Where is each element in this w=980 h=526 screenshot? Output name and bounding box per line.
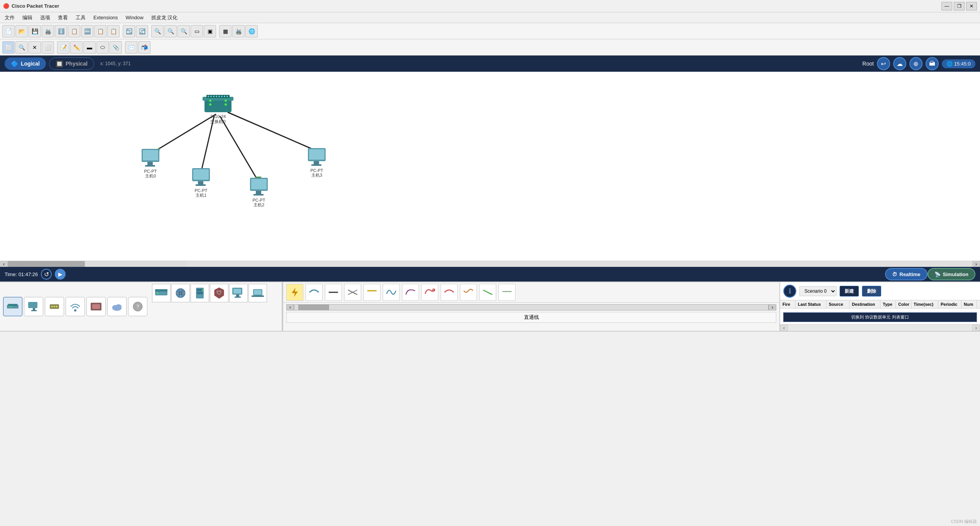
svg-rect-38 (251, 179, 267, 189)
paste-button[interactable]: 📋 (107, 25, 120, 37)
conn-scroll-thumb[interactable] (298, 305, 329, 310)
play-button[interactable]: ▶ (55, 269, 66, 280)
straight-connection[interactable] (325, 284, 342, 301)
close-button[interactable]: ✕ (966, 2, 977, 10)
menu-window[interactable]: Window (123, 14, 147, 21)
cloud-icon[interactable]: ☁ (893, 57, 906, 70)
phone-connection[interactable] (402, 284, 419, 301)
horizontal-scrollbar[interactable]: ‹ › (0, 261, 980, 267)
conn-scroll-right[interactable]: › (769, 304, 776, 310)
zoom-fit-button[interactable]: 🔍 (177, 25, 190, 37)
category-pc[interactable] (24, 297, 43, 316)
move-icon[interactable]: ⊕ (909, 57, 923, 70)
conn-scroll-left[interactable]: ‹ (286, 304, 294, 310)
category-cloud[interactable] (107, 297, 127, 316)
info-button[interactable]: ℹ️ (55, 25, 67, 37)
crossover-connection[interactable] (344, 284, 361, 301)
new-file-button[interactable]: 📄 (2, 25, 15, 37)
main-canvas[interactable]: 2910-24 交换机0 PC-PT 主机0 PC-PT 主机1 (0, 72, 980, 261)
device-icon-router[interactable] (171, 284, 190, 302)
device-icon-server[interactable] (191, 284, 209, 302)
svg-rect-78 (197, 292, 203, 294)
back-icon[interactable]: ↩ (877, 57, 890, 70)
zoom-out-button[interactable]: 🔍 (164, 25, 177, 37)
network-diagram: 2910-24 交换机0 PC-PT 主机0 PC-PT 主机1 (0, 72, 980, 261)
menu-edit[interactable]: 编辑 (19, 13, 35, 22)
coax-connection[interactable] (421, 284, 438, 301)
export-button[interactable]: 🖨️ (232, 25, 245, 37)
console-connection[interactable] (306, 284, 323, 301)
freehand-button[interactable]: 📎 (110, 41, 122, 54)
zoom-in-button[interactable]: 🔍 (151, 25, 164, 37)
menu-tools[interactable]: 工具 (73, 13, 89, 22)
rollover-connection[interactable] (363, 284, 380, 301)
auto-connection[interactable] (286, 284, 303, 301)
mountain-icon[interactable]: 🏔 (926, 57, 939, 70)
select-button[interactable]: ⬜ (2, 41, 15, 54)
minimize-button[interactable]: — (941, 2, 952, 10)
octal-connection[interactable] (460, 284, 477, 301)
cancel-button[interactable]: ✕ (29, 41, 41, 54)
reset-time-button[interactable]: ↺ (41, 269, 52, 280)
category-hub[interactable] (45, 297, 64, 316)
scenario-select[interactable]: Scenario 0 (799, 286, 836, 296)
draw-button[interactable]: ✏️ (70, 41, 83, 54)
category-custom[interactable]: ? (128, 297, 147, 316)
category-wan[interactable] (86, 297, 106, 316)
marquee-button[interactable]: ⬜ (42, 41, 54, 54)
scroll-thumb[interactable] (8, 261, 85, 267)
open-button[interactable]: 📂 (15, 25, 28, 37)
device-icon-pc[interactable] (229, 284, 248, 302)
network-button[interactable]: 🌐 (245, 25, 258, 37)
delete-scenario-button[interactable]: 删除 (862, 286, 881, 297)
category-network[interactable] (3, 297, 22, 316)
menu-view[interactable]: 查看 (55, 13, 71, 22)
simulation-button[interactable]: 📡 Simulation (928, 268, 975, 280)
usb-connection[interactable] (479, 284, 496, 301)
note-button[interactable]: 📝 (57, 41, 69, 54)
category-wireless[interactable] (66, 297, 85, 316)
copy-button[interactable]: 📋 (94, 25, 106, 37)
restore-button[interactable]: ❐ (954, 2, 965, 10)
physical-tab[interactable]: 🔲 Physical (49, 57, 94, 70)
app-name: Cisco Packet Tracer (12, 3, 59, 9)
watermark: CSDN 编辑器 (951, 519, 977, 524)
menu-options[interactable]: 选项 (37, 13, 53, 22)
switch-panel-button[interactable]: 切换到 协议数据单元 列表窗口 (783, 312, 977, 322)
scroll-right-btn[interactable]: › (972, 261, 980, 267)
new-scenario-button[interactable]: 新建 (840, 286, 859, 297)
search-button[interactable]: 🔍 (15, 41, 28, 54)
rect-button[interactable]: ▬ (83, 41, 96, 54)
sim-nav-left[interactable]: ‹ (780, 325, 788, 331)
sim-nav: ‹ › (780, 324, 980, 331)
clipboard-button[interactable]: 📋 (68, 25, 80, 37)
text-button[interactable]: 🔤 (81, 25, 93, 37)
redo-button[interactable]: ↪️ (136, 25, 148, 37)
sim-nav-right[interactable]: › (972, 325, 980, 331)
menu-localize[interactable]: 抓皮龙 汉化 (148, 13, 181, 22)
undo-button[interactable]: ↩️ (123, 25, 135, 37)
print2-button[interactable]: ▦ (219, 25, 231, 37)
svg-point-66 (115, 304, 122, 309)
pdu2-button[interactable]: 📬 (138, 41, 150, 54)
menu-extensions[interactable]: Extensions (90, 14, 121, 21)
serial-connection[interactable] (441, 284, 458, 301)
fiber-connection[interactable] (383, 284, 400, 301)
device-icon-firewall[interactable]: 🛡 (210, 284, 228, 302)
simulation-panel: ℹ Scenario 0 新建 删除 Fire Last Status Sour… (779, 282, 980, 331)
device-icon-laptop[interactable] (248, 284, 267, 302)
device-icon-switch[interactable] (152, 284, 171, 302)
svg-text:PC-PT: PC-PT (195, 188, 208, 193)
view-button2[interactable]: ▣ (204, 25, 216, 37)
save-button[interactable]: 💾 (29, 25, 41, 37)
view-button1[interactable]: ▭ (191, 25, 203, 37)
logical-tab[interactable]: 🔷 Logical (5, 57, 46, 70)
scroll-left-btn[interactable]: ‹ (0, 261, 8, 267)
print-button[interactable]: 🖨️ (42, 25, 54, 37)
pdu-button[interactable]: ✉️ (125, 41, 137, 54)
ellipse-button[interactable]: ⬭ (96, 41, 109, 54)
svg-text:PC-PT: PC-PT (144, 169, 157, 174)
wireless-connection[interactable] (498, 284, 515, 301)
menu-file[interactable]: 文件 (2, 13, 18, 22)
realtime-button[interactable]: ⏱ Realtime (885, 268, 927, 280)
